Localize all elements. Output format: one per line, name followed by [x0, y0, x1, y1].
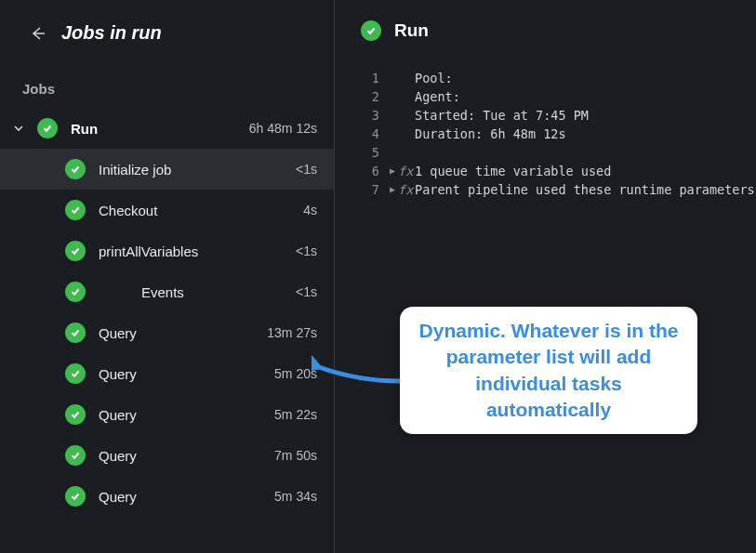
log-line[interactable]: 6▶fx1 queue time variable used [361, 162, 756, 180]
job-name: Initialize job [86, 162, 296, 178]
job-step-row[interactable]: Initialize job <1s [0, 149, 334, 190]
log-text: Parent pipeline used these runtime param… [415, 180, 755, 199]
fx-icon: fx [398, 162, 415, 180]
job-name: Query [86, 325, 267, 341]
job-duration: 13m 27s [267, 325, 317, 340]
line-number: 5 [361, 143, 387, 162]
success-icon [37, 118, 58, 138]
line-number: 2 [361, 87, 387, 106]
log-text: Agent: [415, 87, 460, 106]
job-name: Checkout [86, 203, 303, 218]
back-arrow-icon[interactable] [28, 23, 48, 44]
success-icon [65, 323, 86, 343]
job-duration: <1s [296, 284, 317, 299]
success-icon [65, 445, 86, 466]
log-text: Started: Tue at 7:45 PM [415, 106, 589, 125]
job-step-row[interactable]: printAllVariables <1s [0, 230, 334, 271]
job-duration: 7m 50s [274, 448, 317, 463]
job-step-row[interactable]: Query 13m 27s [0, 312, 334, 353]
job-name: printAllVariables [86, 244, 296, 259]
line-number: 1 [361, 69, 387, 87]
job-parent-row[interactable]: Run 6h 48m 12s [0, 108, 334, 149]
log-line: 5 [361, 143, 756, 162]
log-line: 1Pool: [361, 69, 756, 87]
success-icon [65, 200, 86, 220]
job-duration: <1s [296, 244, 317, 258]
job-duration: 5m 20s [274, 366, 317, 381]
job-step-row[interactable]: Query 7m 50s [0, 435, 334, 476]
jobs-panel-header: Jobs in run [0, 0, 334, 62]
success-icon [65, 159, 86, 179]
panel-title: Jobs in run [61, 22, 162, 44]
job-step-row[interactable]: Checkout 4s [0, 190, 334, 230]
success-icon [65, 486, 86, 507]
job-list: Run 6h 48m 12s Initialize job <1s Checko… [0, 108, 334, 517]
jobs-section-label: Jobs [0, 62, 334, 108]
annotation-callout: Dynamic. Whatever is in the parameter li… [400, 307, 697, 434]
log-line: 3Started: Tue at 7:45 PM [361, 106, 756, 125]
log-text: Pool: [415, 69, 453, 87]
jobs-panel: Jobs in run Jobs Run 6h 48m 12s [0, 0, 335, 553]
line-number: 7 [361, 180, 387, 199]
fx-icon: fx [398, 180, 415, 199]
expand-triangle-icon[interactable]: ▶ [387, 180, 398, 199]
job-duration: 4s [303, 203, 317, 217]
line-number: 3 [361, 106, 387, 125]
details-header: Run [361, 20, 756, 69]
success-icon [65, 282, 86, 302]
job-duration: 5m 22s [274, 407, 317, 422]
log-line: 4Duration: 6h 48m 12s [361, 125, 756, 143]
job-step-row[interactable]: Events <1s [0, 271, 334, 312]
job-name: Query [86, 366, 274, 382]
details-panel: Run 1Pool:2Agent:3Started: Tue at 7:45 P… [335, 0, 756, 553]
job-step-row[interactable]: Query 5m 20s [0, 353, 334, 394]
line-number: 4 [361, 125, 387, 143]
success-icon [65, 363, 86, 384]
success-icon [65, 404, 86, 425]
job-name: Run [58, 121, 249, 137]
job-name: Query [86, 489, 274, 505]
job-name: Query [86, 407, 274, 423]
log-block: 1Pool:2Agent:3Started: Tue at 7:45 PM4Du… [361, 69, 756, 199]
success-icon [361, 20, 381, 41]
job-duration: <1s [296, 162, 317, 177]
log-line[interactable]: 7▶fxParent pipeline used these runtime p… [361, 180, 756, 199]
job-step-row[interactable]: Query 5m 34s [0, 476, 334, 517]
job-name: Events [86, 284, 296, 300]
line-number: 6 [361, 162, 387, 180]
log-line: 2Agent: [361, 87, 756, 106]
job-duration: 5m 34s [274, 489, 317, 504]
expand-triangle-icon[interactable]: ▶ [387, 162, 398, 180]
details-title: Run [394, 20, 429, 41]
job-step-row[interactable]: Query 5m 22s [0, 394, 334, 435]
job-duration: 6h 48m 12s [249, 121, 317, 136]
success-icon [65, 241, 86, 261]
log-text: 1 queue time variable used [415, 162, 611, 180]
chevron-down-icon[interactable] [0, 123, 37, 134]
log-text: Duration: 6h 48m 12s [415, 125, 566, 143]
job-name: Query [86, 448, 274, 464]
